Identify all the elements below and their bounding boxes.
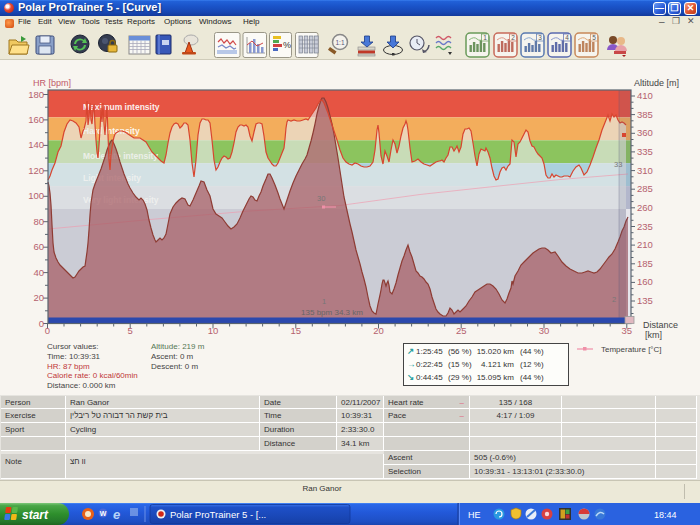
svg-text:Time: 10:39:31: Time: 10:39:31 [47, 352, 101, 361]
svg-text:[km]: [km] [645, 330, 662, 340]
svg-text:60: 60 [33, 241, 44, 252]
svg-text:335: 335 [637, 146, 653, 157]
svg-text:Distance: Distance [643, 320, 678, 330]
svg-text:HE: HE [468, 510, 481, 520]
svg-text:33: 33 [614, 160, 622, 169]
svg-text:Altitude [m]: Altitude [m] [634, 78, 679, 88]
svg-text:↗: ↗ [407, 346, 414, 356]
svg-text:W: W [100, 510, 107, 517]
svg-text:0:44:45: 0:44:45 [416, 373, 443, 382]
svg-text:180: 180 [28, 89, 44, 100]
svg-text:5: 5 [128, 325, 133, 336]
svg-text:HR: 87 bpm: HR: 87 bpm [47, 362, 90, 371]
svg-text:40: 40 [33, 267, 44, 278]
svg-text:1: 1 [483, 34, 487, 41]
svg-text:160: 160 [637, 276, 653, 287]
svg-text:(56 %): (56 %) [448, 347, 472, 356]
svg-text:(44 %): (44 %) [520, 347, 544, 356]
svg-text:Ascent: 0 m: Ascent: 0 m [151, 352, 194, 361]
svg-text:20: 20 [373, 325, 384, 336]
svg-text:0: 0 [45, 325, 50, 336]
svg-text:Calorie rate: 0 kcal/60min: Calorie rate: 0 kcal/60min [47, 371, 138, 380]
svg-text:35: 35 [622, 325, 633, 336]
svg-text:→: → [407, 359, 416, 369]
svg-text:135 bpm 34.3 km: 135 bpm 34.3 km [301, 308, 363, 317]
svg-text:(15 %): (15 %) [448, 360, 472, 369]
svg-text:↘: ↘ [407, 372, 414, 382]
svg-text:15.095 km: 15.095 km [477, 373, 515, 382]
svg-text:15.020 km: 15.020 km [477, 347, 515, 356]
svg-text:4: 4 [565, 34, 569, 41]
svg-text:0: 0 [39, 318, 44, 329]
svg-text:25: 25 [456, 325, 467, 336]
svg-text:Altitude: 219 m: Altitude: 219 m [151, 342, 205, 351]
svg-text:100: 100 [28, 190, 44, 201]
svg-text:260: 260 [637, 202, 653, 213]
svg-text:5: 5 [592, 34, 596, 41]
svg-text:385: 385 [637, 109, 653, 120]
svg-text:1:1: 1:1 [335, 39, 344, 46]
svg-text:(12 %): (12 %) [520, 360, 544, 369]
svg-text:185: 185 [637, 258, 653, 269]
svg-text:360: 360 [637, 127, 653, 138]
svg-text:e: e [113, 507, 120, 522]
svg-text:1: 1 [322, 297, 326, 306]
svg-text:%: % [283, 40, 291, 50]
svg-text:Cursor values:: Cursor values: [47, 342, 99, 351]
svg-text:10: 10 [208, 325, 219, 336]
svg-text:2: 2 [511, 34, 515, 41]
svg-text:140: 140 [28, 139, 44, 150]
svg-text:235: 235 [637, 221, 653, 232]
svg-text:310: 310 [637, 165, 653, 176]
svg-text:0:22:45: 0:22:45 [416, 360, 443, 369]
svg-text:1:25:45: 1:25:45 [416, 347, 443, 356]
svg-text:Polar ProTrainer 5 - [...: Polar ProTrainer 5 - [... [170, 509, 266, 520]
svg-text:15: 15 [291, 325, 302, 336]
svg-text:(29 %): (29 %) [448, 373, 472, 382]
svg-text:135: 135 [637, 295, 653, 306]
svg-text:30: 30 [539, 325, 550, 336]
svg-text:Descent: 0 m: Descent: 0 m [151, 362, 198, 371]
svg-text:Temperature [°C]: Temperature [°C] [601, 345, 662, 354]
svg-text:120: 120 [28, 165, 44, 176]
svg-text:2: 2 [612, 295, 616, 304]
svg-text:3: 3 [538, 34, 542, 41]
svg-text:start: start [22, 508, 49, 522]
svg-text:4.121 km: 4.121 km [481, 360, 514, 369]
svg-text:20: 20 [33, 292, 44, 303]
svg-text:210: 210 [637, 239, 653, 250]
svg-text:285: 285 [637, 183, 653, 194]
svg-text:HR [bpm]: HR [bpm] [33, 78, 71, 88]
svg-text:Distance: 0.000 km: Distance: 0.000 km [47, 381, 116, 390]
svg-text:80: 80 [33, 216, 44, 227]
svg-text:18:44: 18:44 [654, 510, 677, 520]
svg-text:(44 %): (44 %) [520, 373, 544, 382]
svg-text:30: 30 [317, 194, 325, 203]
svg-text:410: 410 [637, 90, 653, 101]
svg-text:160: 160 [28, 114, 44, 125]
